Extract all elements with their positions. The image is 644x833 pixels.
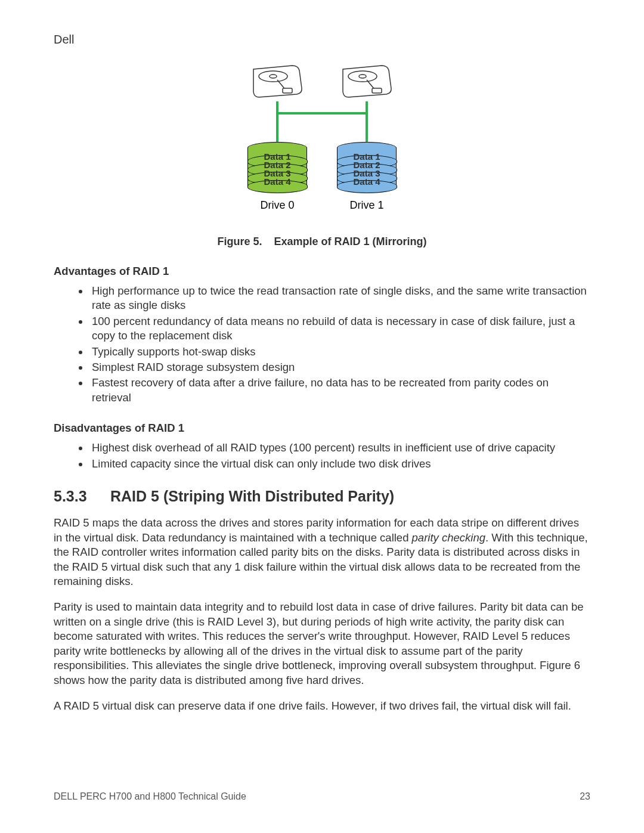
disadvantages-heading: Disadvantages of RAID 1 [54,422,590,435]
header-brand: Dell [54,33,590,47]
advantages-heading: Advantages of RAID 1 [54,265,590,278]
drive0-seg4: Data 4 [264,176,290,187]
drive0-stack: Data 1 Data 2 Data 3 Data 4 Drive 0 [247,142,307,212]
footer-doc-title: DELL PERC H700 and H800 Technical Guide [54,791,246,802]
svg-point-1 [270,75,277,78]
figure-caption-number: Figure 5. [217,236,262,247]
drive1-label: Drive 1 [349,199,383,212]
svg-rect-2 [283,88,292,93]
disadvantages-list: Highest disk overhead of all RAID types … [54,441,590,471]
footer: DELL PERC H700 and H800 Technical Guide … [54,791,590,802]
figure-raid1: Data 1 Data 2 Data 3 Data 4 Drive 0 Data… [54,64,590,248]
section-p3: A RAID 5 virtual disk can preserve data … [54,699,590,714]
connector-lines [247,101,397,143]
advantages-list: High performance up to twice the read tr… [54,284,590,405]
hard-drive-icon [340,64,394,98]
list-item: Simplest RAID storage subsystem design [89,360,590,374]
section-heading: 5.3.3 RAID 5 (Striping With Distributed … [54,488,590,505]
p1-emphasis: parity checking [412,531,485,544]
svg-point-4 [359,75,366,78]
list-item: Limited capacity since the virtual disk … [89,457,590,471]
section-number: 5.3.3 [54,488,110,505]
footer-page-number: 23 [580,791,590,802]
drive0-label: Drive 0 [260,199,294,212]
cylinder-row: Data 1 Data 2 Data 3 Data 4 Drive 0 Data… [247,142,397,212]
list-item: Typically supports hot-swap disks [89,345,590,359]
page: Dell [0,0,644,833]
section-p2: Parity is used to maintain data integrit… [54,600,590,688]
section-p1: RAID 5 maps the data across the drives a… [54,516,590,589]
figure-caption: Figure 5. Example of RAID 1 (Mirroring) [217,236,426,248]
list-item: 100 percent redundancy of data means no … [89,314,590,343]
list-item: Highest disk overhead of all RAID types … [89,441,590,455]
list-item: High performance up to twice the read tr… [89,284,590,313]
raid1-diagram: Data 1 Data 2 Data 3 Data 4 Drive 0 Data… [247,64,397,212]
section-title: RAID 5 (Striping With Distributed Parity… [110,488,394,505]
hdd-row [250,64,394,98]
svg-rect-5 [372,88,382,93]
drive1-seg4: Data 4 [353,176,380,187]
hard-drive-icon [250,64,304,98]
drive1-stack: Data 1 Data 2 Data 3 Data 4 Drive 1 [337,142,397,212]
list-item: Fastest recovery of data after a drive f… [89,376,590,405]
figure-caption-text: Example of RAID 1 (Mirroring) [274,236,427,247]
